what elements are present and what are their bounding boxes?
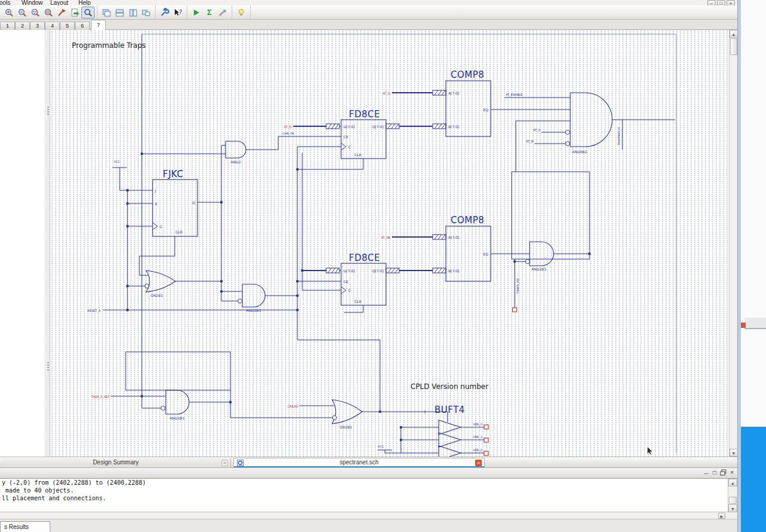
- background-window: [741, 0, 766, 532]
- options-button[interactable]: [158, 7, 171, 19]
- console-dock-icon[interactable]: ↔: [703, 469, 709, 476]
- zoom-in-button[interactable]: [2, 7, 16, 19]
- zoom-window-button[interactable]: [29, 7, 42, 19]
- zoom-full-icon: [44, 8, 53, 17]
- zoom-window-icon: [31, 8, 40, 17]
- splitter-grip: [47, 362, 49, 370]
- menu-layout[interactable]: Layout: [50, 0, 68, 5]
- tile-horizontal-button[interactable]: [113, 7, 126, 19]
- window-controls: – □ ×: [707, 0, 735, 5]
- console-scroll-right[interactable]: ▶: [718, 513, 725, 519]
- toolbar: ? Σ: [0, 5, 737, 20]
- status-bar: s Results: [0, 519, 737, 532]
- export-doc-icon: [70, 8, 80, 17]
- page-tab-7-active[interactable]: 7: [91, 20, 106, 30]
- splitter-grip: [47, 107, 49, 115]
- zoom-in-icon: [4, 8, 14, 17]
- arrange-windows-icon: [141, 8, 151, 17]
- page-tab-1[interactable]: 1: [0, 22, 15, 30]
- scroll-up-arrow[interactable]: ▲: [729, 30, 738, 38]
- tile-vertical-icon: [128, 8, 138, 17]
- menu-bar: Tools Window Layout Help – □ ×: [0, 0, 737, 5]
- schematic-file-icon: [237, 460, 244, 466]
- zoom-prev-icon: [57, 8, 66, 17]
- workspace: Programmable Traps CPLD Version number: [0, 30, 737, 457]
- menu-tools[interactable]: Tools: [0, 0, 10, 5]
- play-icon: [192, 8, 201, 17]
- cascade-windows-icon: [102, 8, 111, 17]
- window-arrange-group: [98, 5, 156, 19]
- console-line: made to 40 objects.: [0, 487, 728, 494]
- zoom-full-button[interactable]: [42, 7, 55, 19]
- help-pointer-icon: ?: [173, 8, 183, 17]
- scroll-down-arrow[interactable]: ▼: [729, 449, 738, 457]
- console-header-icons: ↔ □ ×: [703, 469, 734, 476]
- left-panel: [0, 30, 45, 457]
- goto-button[interactable]: [216, 7, 229, 19]
- zoom-out-button[interactable]: [16, 7, 29, 19]
- page-tab-2[interactable]: 2: [15, 22, 30, 30]
- console-scroll-thumb[interactable]: [729, 497, 737, 504]
- tab-spectranet-close-icon[interactable]: ×: [475, 460, 482, 466]
- console-scroll-up[interactable]: ▲: [728, 479, 737, 487]
- console-line: ll placement and connections.: [0, 494, 728, 502]
- export-doc-button[interactable]: [68, 7, 81, 19]
- tile-horizontal-icon: [115, 8, 124, 17]
- page-tab-6[interactable]: 6: [75, 22, 90, 30]
- page-tab-3[interactable]: 3: [30, 22, 45, 30]
- arrange-windows-button[interactable]: [139, 7, 153, 19]
- screen: Tools Window Layout Help – □ × ?: [0, 0, 766, 532]
- select-zoom-button[interactable]: [81, 7, 95, 19]
- background-window-red-icon: [741, 323, 746, 328]
- scroll-thumb[interactable]: [730, 38, 737, 55]
- canvas-vertical-scrollbar[interactable]: ▲ ▼: [729, 30, 737, 457]
- console-header: ↔ □ ×: [0, 467, 737, 479]
- lightbulb-button[interactable]: [235, 7, 248, 19]
- console-horizontal-scrollbar[interactable]: ▶: [0, 512, 737, 519]
- minimize-button[interactable]: –: [707, 0, 716, 5]
- console-line: y (-2,0) from (2402,2288) to (2400,2288): [0, 479, 728, 487]
- close-button[interactable]: ×: [727, 0, 735, 5]
- wrench-icon: [160, 8, 169, 17]
- background-window-blue-area: [741, 427, 766, 532]
- hint-group: [232, 5, 251, 19]
- zoom-prev-button[interactable]: [55, 7, 68, 19]
- svg-text:?: ?: [179, 9, 182, 16]
- console-restore-icon[interactable]: [720, 469, 727, 476]
- tools-group: ?: [156, 5, 187, 19]
- zoom-out-icon: [17, 8, 27, 17]
- tile-vertical-button[interactable]: [126, 7, 139, 19]
- page-tab-5[interactable]: 5: [60, 22, 75, 30]
- goto-icon: [218, 8, 227, 17]
- document-tab-bar: Design Summary × spectranet.sch ×: [0, 457, 737, 467]
- console-scroll-down[interactable]: ▼: [728, 504, 737, 512]
- run-group: Σ: [187, 5, 232, 19]
- tab-spectranet-label: spectranet.sch: [339, 459, 378, 466]
- sigma-icon: Σ: [207, 8, 212, 17]
- zoom-group: [0, 5, 98, 19]
- console-output[interactable]: y (-2,0) from (2402,2288) to (2400,2288)…: [0, 479, 728, 512]
- page-tab-4[interactable]: 4: [45, 22, 60, 30]
- menu-help[interactable]: Help: [78, 0, 91, 5]
- tab-results[interactable]: s Results: [0, 521, 50, 532]
- run-button[interactable]: [190, 7, 203, 19]
- ise-window: Tools Window Layout Help – □ × ?: [0, 0, 737, 532]
- page-tab-bar: 1 2 3 4 5 6 7: [0, 20, 737, 30]
- console-close-icon[interactable]: ×: [730, 469, 734, 476]
- cascade-windows-button[interactable]: [100, 7, 113, 19]
- splitter[interactable]: [46, 30, 50, 457]
- tab-design-summary[interactable]: Design Summary ×: [1, 458, 231, 468]
- tab-design-summary-close-icon[interactable]: ×: [221, 460, 228, 466]
- select-zoom-icon: [83, 8, 93, 17]
- tab-spectranet-sch[interactable]: spectranet.sch ×: [233, 458, 485, 468]
- console-vertical-scrollbar[interactable]: ▲ ▼: [728, 479, 737, 512]
- tab-design-summary-label: Design Summary: [93, 459, 139, 466]
- menu-window[interactable]: Window: [22, 0, 43, 5]
- summary-button[interactable]: Σ: [203, 7, 216, 19]
- schematic-canvas[interactable]: [50, 30, 729, 457]
- restore-button[interactable]: □: [717, 0, 725, 5]
- context-help-button[interactable]: ?: [171, 7, 184, 19]
- lightbulb-icon: [236, 8, 246, 17]
- background-window-tab: [744, 318, 766, 329]
- console-float-icon[interactable]: □: [713, 469, 716, 476]
